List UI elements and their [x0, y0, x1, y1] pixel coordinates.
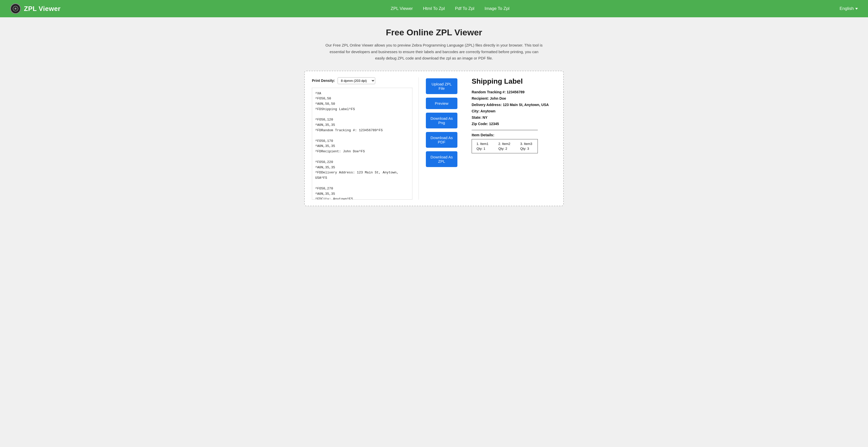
- item-1-name: 1. Item1: [472, 139, 494, 146]
- item-details-title: Item Details:: [472, 133, 556, 137]
- preview-button[interactable]: Preview: [426, 98, 457, 109]
- nav-image-to-zpl[interactable]: Image To Zpl: [485, 6, 509, 11]
- label-field-recipient: Recipient: John Doe: [472, 95, 556, 102]
- upload-zpl-button[interactable]: Upload ZPL File: [426, 78, 457, 94]
- buttons-section: Upload ZPL File Preview Download As Png …: [419, 77, 465, 200]
- table-row: Qty: 1 Qty: 2 Qty: 3: [472, 146, 538, 153]
- chevron-down-icon: [855, 8, 858, 10]
- item-2-name: 2. Item2: [494, 139, 516, 146]
- page-description: Our Free ZPL Online Viewer allows you to…: [324, 42, 544, 62]
- language-selector[interactable]: English: [839, 6, 858, 11]
- item-3-name: 3. Item3: [516, 139, 538, 146]
- tool-panel: Print Density: 6 dpmm (152 dpi) 8 dpmm (…: [304, 71, 564, 206]
- item-2-qty: Qty: 2: [494, 146, 516, 153]
- item-3-qty: Qty: 3: [516, 146, 538, 153]
- label-title: Shipping Label: [472, 77, 556, 86]
- table-row: 1. Item1 2. Item2 3. Item3: [472, 139, 538, 146]
- editor-section: Print Density: 6 dpmm (152 dpi) 8 dpmm (…: [312, 77, 419, 200]
- logo-icon: [10, 3, 21, 14]
- zpl-editor[interactable]: ^XA ^FO50,50 ^A0N,50,50 ^FDShipping Labe…: [312, 88, 412, 200]
- logo-text: ZPL Viewer: [24, 5, 61, 13]
- nav-zpl-viewer[interactable]: ZPL Viewer: [391, 6, 413, 11]
- nav-html-to-zpl[interactable]: Html To Zpl: [423, 6, 445, 11]
- density-label: Print Density:: [312, 78, 335, 83]
- main-content: Free Online ZPL Viewer Our Free ZPL Onli…: [299, 17, 569, 216]
- download-zpl-button[interactable]: Download As ZPL: [426, 151, 457, 167]
- download-pdf-button[interactable]: Download As PDF: [426, 132, 457, 148]
- nav-pdf-to-zpl[interactable]: Pdf To Zpl: [455, 6, 474, 11]
- logo-area: ZPL Viewer: [10, 3, 61, 14]
- label-field-tracking: Random Tracking #: 123456789: [472, 89, 556, 95]
- svg-point-2: [15, 8, 16, 9]
- density-row: Print Density: 6 dpmm (152 dpi) 8 dpmm (…: [312, 77, 412, 84]
- main-nav: ZPL Viewer Html To Zpl Pdf To Zpl Image …: [391, 6, 509, 11]
- preview-section: Shipping Label Random Tracking #: 123456…: [465, 77, 556, 200]
- label-field-zip: Zip Code: 12345: [472, 121, 556, 127]
- item-1-qty: Qty: 1: [472, 146, 494, 153]
- item-table: 1. Item1 2. Item2 3. Item3 Qty: 1 Qty: 2…: [472, 139, 538, 153]
- download-png-button[interactable]: Download As Png: [426, 113, 457, 128]
- site-header: ZPL Viewer ZPL Viewer Html To Zpl Pdf To…: [0, 0, 868, 17]
- language-label: English: [839, 6, 854, 11]
- label-field-state: State: NY: [472, 115, 556, 121]
- density-select[interactable]: 6 dpmm (152 dpi) 8 dpmm (203 dpi) 12 dpm…: [338, 77, 375, 84]
- label-field-address: Delivery Address: 123 Main St, Anytown, …: [472, 102, 556, 108]
- label-field-city: City: Anytown: [472, 108, 556, 115]
- page-title: Free Online ZPL Viewer: [304, 28, 564, 37]
